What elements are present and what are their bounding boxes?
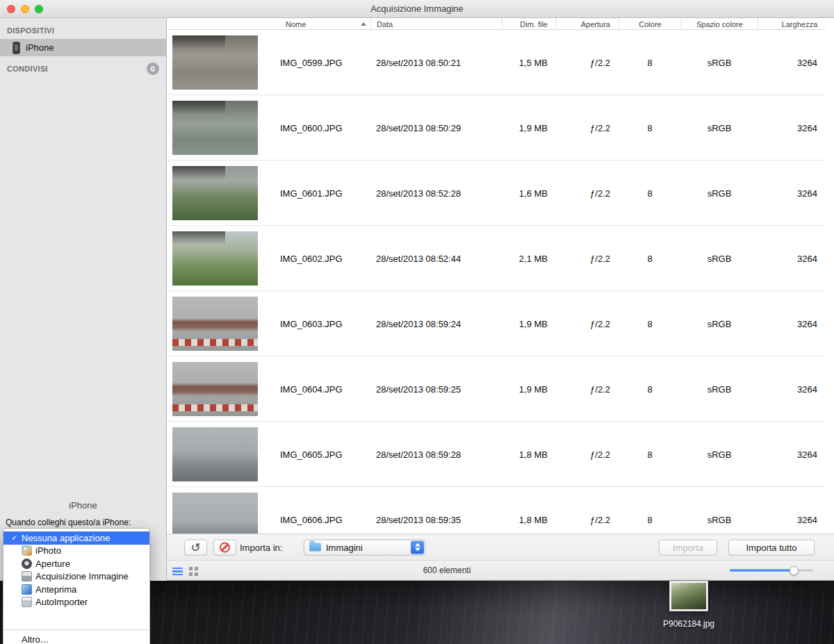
menu-item-acquisizione-immagine[interactable]: Acquisizione Immagine bbox=[3, 570, 149, 584]
column-header-colore[interactable]: Colore bbox=[619, 18, 681, 30]
desktop: Acquisizione Immagine DISPOSITIVI iPhone… bbox=[0, 0, 834, 644]
cell-size: 1,9 MB bbox=[502, 123, 556, 133]
item-count: 600 elementi bbox=[423, 565, 471, 575]
cell-name: IMG_0600.JPG bbox=[280, 123, 370, 133]
table-row[interactable]: IMG_0601.JPG28/set/2013 08:52:281,6 MBƒ/… bbox=[167, 160, 826, 226]
import-button[interactable]: Importa bbox=[659, 539, 717, 555]
photo-thumbnail[interactable] bbox=[172, 231, 258, 286]
column-header-data[interactable]: Data bbox=[370, 18, 502, 30]
column-header-larghezza[interactable]: Larghezza bbox=[758, 18, 826, 30]
column-label: Spazio colore bbox=[696, 20, 743, 28]
thumbnail-cell bbox=[167, 226, 280, 291]
column-label: Apertura bbox=[581, 20, 610, 28]
airplane-wing-shape bbox=[172, 35, 225, 49]
import-destination-dropdown[interactable]: Immagini bbox=[304, 539, 425, 555]
chevron-up-icon bbox=[415, 543, 420, 547]
import-all-button[interactable]: Importa tutto bbox=[728, 539, 815, 555]
header-thumb-spacer bbox=[167, 18, 280, 30]
table-header[interactable]: NomeDataDim. fileAperturaColoreSpazio co… bbox=[167, 18, 826, 30]
cell-date: 28/set/2013 08:50:21 bbox=[370, 58, 502, 68]
menu-item-aperture[interactable]: Aperture bbox=[3, 557, 149, 570]
rotate-button[interactable]: ↺ bbox=[184, 539, 207, 555]
dropdown-stepper-icon[interactable] bbox=[411, 540, 424, 554]
shared-count-badge: 0 bbox=[147, 63, 159, 75]
cell-aperture: ƒ/2.2 bbox=[556, 188, 619, 199]
cell-space: sRGB bbox=[681, 515, 758, 525]
menu-item-altro[interactable]: Altro… bbox=[3, 633, 149, 644]
cell-space: sRGB bbox=[681, 188, 758, 199]
airplane-wing-shape bbox=[172, 231, 225, 245]
menu-separator bbox=[4, 629, 149, 630]
cell-aperture: ƒ/2.2 bbox=[556, 123, 619, 133]
titlebar[interactable]: Acquisizione Immagine bbox=[0, 0, 834, 18]
menu-item-label: AutoImporter bbox=[35, 597, 88, 607]
column-header-spazio-colore[interactable]: Spazio colore bbox=[681, 18, 758, 30]
table-row[interactable]: IMG_0604.JPG28/set/2013 08:59:251,9 MBƒ/… bbox=[167, 356, 826, 422]
menu-item-anteprima[interactable]: Anteprima bbox=[3, 583, 149, 596]
thumbnail-cell bbox=[167, 30, 280, 95]
column-header-dim-file[interactable]: Dim. file bbox=[502, 18, 556, 30]
menu-item-iphoto[interactable]: iPhoto bbox=[3, 545, 149, 558]
menu-item-label: Altro… bbox=[22, 634, 49, 644]
column-label: Dim. file bbox=[520, 20, 548, 28]
photo-thumbnail[interactable] bbox=[172, 297, 258, 351]
slider-knob[interactable] bbox=[790, 566, 799, 575]
photo-thumbnail[interactable] bbox=[172, 493, 258, 534]
table-row[interactable]: IMG_0600.JPG28/set/2013 08:50:291,9 MBƒ/… bbox=[167, 95, 826, 160]
photo-thumbnail[interactable] bbox=[172, 35, 258, 90]
table-row[interactable]: IMG_0603.JPG28/set/2013 08:59:241,9 MBƒ/… bbox=[167, 291, 826, 356]
thumbnail-cell bbox=[167, 356, 280, 422]
column-header-apertura[interactable]: Apertura bbox=[556, 18, 619, 30]
cell-width: 3264 bbox=[758, 384, 826, 395]
menu-item-nessuna-applicazione[interactable]: ✓Nessuna applicazione bbox=[3, 531, 149, 545]
column-header-nome[interactable]: Nome bbox=[280, 18, 370, 30]
zoom-button[interactable] bbox=[35, 5, 43, 13]
table-row[interactable]: IMG_0605.JPG28/set/2013 08:59:281,8 MBƒ/… bbox=[167, 422, 826, 487]
airplane-wing-shape bbox=[172, 101, 225, 114]
sidebar-item-iphone[interactable]: iPhone bbox=[0, 39, 166, 56]
cell-date: 28/set/2013 08:59:28 bbox=[370, 449, 502, 460]
list-view-icon[interactable] bbox=[172, 568, 183, 575]
devices-section-header: DISPOSITIVI bbox=[0, 18, 166, 39]
window-title: Acquisizione Immagine bbox=[0, 0, 834, 18]
folder-icon bbox=[309, 543, 321, 552]
delete-button[interactable] bbox=[213, 539, 236, 555]
cell-size: 1,8 MB bbox=[502, 515, 556, 525]
photo-thumbnail[interactable] bbox=[172, 362, 258, 416]
table-row[interactable]: IMG_0599.JPG28/set/2013 08:50:211,5 MBƒ/… bbox=[167, 30, 826, 95]
cell-name: IMG_0602.JPG bbox=[280, 254, 370, 264]
autoimporter-icon bbox=[22, 597, 32, 607]
grid-view-icon[interactable] bbox=[189, 567, 193, 570]
cell-date: 28/set/2013 08:59:25 bbox=[370, 384, 502, 395]
cell-width: 3264 bbox=[758, 319, 826, 329]
menu-item-autoimporter[interactable]: AutoImporter bbox=[3, 596, 149, 609]
import-in-label: Importa in: bbox=[240, 542, 282, 552]
photo-thumbnail[interactable] bbox=[172, 427, 258, 481]
cell-space: sRGB bbox=[681, 123, 758, 133]
cell-space: sRGB bbox=[681, 254, 758, 264]
close-button[interactable] bbox=[7, 5, 15, 13]
window-controls bbox=[7, 5, 43, 13]
sort-ascending-icon bbox=[361, 22, 366, 26]
cell-aperture: ƒ/2.2 bbox=[556, 58, 619, 68]
table-row[interactable]: IMG_0602.JPG28/set/2013 08:52:442,1 MBƒ/… bbox=[167, 226, 826, 291]
cell-aperture: ƒ/2.2 bbox=[556, 449, 619, 460]
aperture-icon bbox=[22, 559, 32, 569]
slider-fill bbox=[730, 570, 792, 572]
thumbnail-size-slider[interactable] bbox=[730, 570, 813, 572]
desktop-photo-file[interactable] bbox=[669, 581, 708, 611]
photo-thumbnail[interactable] bbox=[172, 166, 258, 220]
cell-size: 1,8 MB bbox=[502, 449, 556, 460]
minimize-button[interactable] bbox=[21, 5, 29, 13]
cell-color: 8 bbox=[619, 188, 681, 199]
cell-width: 3264 bbox=[758, 515, 826, 525]
menu-item-label: Anteprima bbox=[35, 584, 76, 595]
cell-date: 28/set/2013 08:52:28 bbox=[370, 188, 502, 199]
table-row[interactable]: IMG_0606.JPG28/set/2013 08:59:351,8 MBƒ/… bbox=[167, 487, 826, 534]
iphone-icon bbox=[13, 42, 20, 54]
photo-thumbnail[interactable] bbox=[172, 101, 258, 155]
cell-aperture: ƒ/2.2 bbox=[556, 254, 619, 264]
runway-stripe-shape bbox=[172, 404, 258, 411]
cell-width: 3264 bbox=[758, 123, 826, 133]
cell-aperture: ƒ/2.2 bbox=[556, 515, 619, 525]
